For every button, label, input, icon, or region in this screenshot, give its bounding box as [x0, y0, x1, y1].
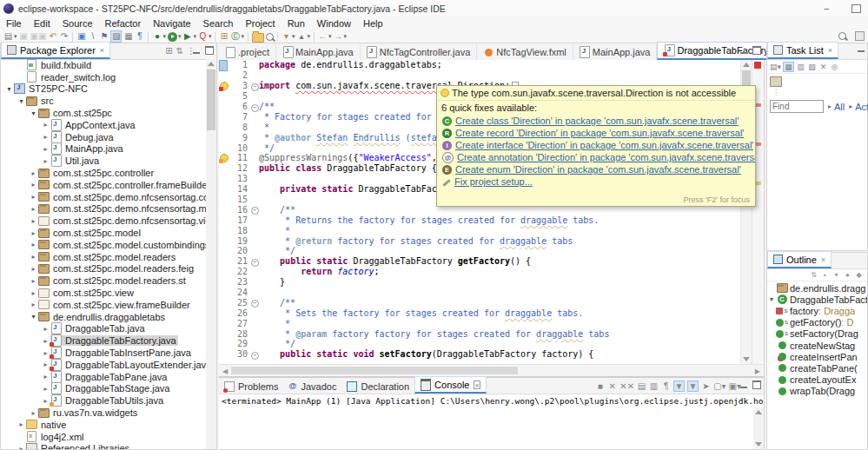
menu-file[interactable]: File	[0, 18, 28, 29]
outline-item-de-endrullis-dragg[interactable]: de.endrullis.dragg	[767, 282, 867, 294]
tree-item-com-st-st25pc[interactable]: ▾com.st.st25pc	[1, 107, 216, 119]
maximize-panel-icon[interactable]	[205, 46, 214, 55]
redo-icon[interactable]: ↷	[59, 31, 69, 42]
code-line[interactable]: 18 *	[219, 225, 764, 235]
expand-arrow-icon[interactable]: ▸	[29, 301, 38, 308]
tab-task-list[interactable]: Task List ×	[767, 42, 838, 59]
run-dropdown-icon[interactable]: ▾	[168, 31, 182, 42]
minimize-panel-icon[interactable]	[858, 50, 865, 52]
next-annotation-dropdown-icon[interactable]: ▾▾	[282, 31, 295, 42]
display-console-dropdown-icon[interactable]: ▢▾	[713, 381, 726, 391]
view-tab-console[interactable]: Console×	[414, 376, 487, 394]
minimize-panel-icon[interactable]	[193, 52, 200, 54]
remove-all-terminated-icon[interactable]: ✕✕	[620, 381, 634, 391]
tree-item-log4j2-xml[interactable]: log4j2.xml	[1, 431, 216, 443]
menu-help[interactable]: Help	[357, 18, 389, 29]
code-line[interactable]: 2	[219, 70, 764, 81]
outline-item-createtabpane-[interactable]: createTabPane(	[767, 362, 867, 374]
debug-ui-icon[interactable]: ▣	[76, 31, 86, 42]
categorized-icon[interactable]: ▦	[783, 62, 794, 72]
editor-tab-mainapp-java[interactable]: MainApp.java	[276, 44, 361, 60]
editor-tab-mainapp-java[interactable]: MainApp.java	[573, 44, 658, 60]
quick-fix-item[interactable]: ECreate enum 'Direction' in package 'com…	[437, 163, 755, 175]
forward-dropdown-icon[interactable]: →▾	[334, 31, 348, 42]
editor-tab-nfctagview-fxml[interactable]: NfcTagView.fxml	[477, 44, 573, 60]
expand-arrow-icon[interactable]: ▾	[4, 85, 14, 93]
minimize-editor-icon[interactable]	[740, 52, 747, 54]
tree-item-referenced-libraries[interactable]: ▸Referenced Libraries	[1, 443, 216, 450]
quick-fix-link[interactable]: Create annotation 'Direction' in package…	[457, 152, 755, 162]
menu-navigate[interactable]: Navigate	[147, 18, 196, 29]
tree-item-draggabletabinsertpane-java[interactable]: ▸DraggableTabInsertPane.java	[1, 347, 216, 359]
task-filter-activated-link[interactable]: Activ...	[855, 102, 868, 112]
tree-item-com-st-st25pc-view-framebuilder[interactable]: ▸com.st.st25pc.view.frameBuilder	[1, 299, 216, 311]
tree-item-com-st-st25pc-demo-nfcsensortag-view[interactable]: ▸com.st.st25pc.demo.nfcsensortag.view	[1, 215, 216, 227]
link-with-editor-icon[interactable]: ⇅	[176, 46, 183, 56]
search-icon[interactable]	[838, 32, 846, 40]
new-task-dropdown-icon[interactable]: ▤▾	[770, 63, 781, 71]
hide-non-public-icon[interactable]: ●	[843, 271, 852, 279]
restore-window-icon[interactable]	[851, 4, 861, 13]
tree-item-native[interactable]: ▸native	[1, 419, 216, 431]
expand-arrow-icon[interactable]: ▸	[41, 373, 50, 381]
quick-fix-link[interactable]: Create class 'Direction' in package 'com…	[455, 116, 739, 126]
tree-item-de-endrullis-draggabletabs[interactable]: ▾de.endrullis.draggabletabs	[1, 311, 216, 323]
quick-fix-link[interactable]: Create record 'Direction' in package 'co…	[455, 128, 744, 138]
build-all-icon[interactable]: ▦	[123, 31, 133, 42]
code-line[interactable]: 24	[219, 288, 764, 298]
tree-item-com-st-st25pc-model-custombindings[interactable]: ▸com.st.st25pc.model.custombindings	[1, 239, 216, 251]
new-java-project-icon[interactable]: ⊞	[219, 31, 229, 42]
maximize-console-icon[interactable]	[752, 381, 761, 389]
quick-fix-item[interactable]: CCreate class 'Direction' in package 'co…	[437, 115, 755, 127]
close-icon[interactable]: ×	[828, 46, 832, 55]
expand-arrow-icon[interactable]: ▸	[29, 169, 38, 177]
outline-item-getfactory-[interactable]: SgetFactory() : D	[767, 317, 867, 328]
view-tab-problems[interactable]: Problems	[219, 379, 283, 394]
expand-arrow-icon[interactable]: ▸	[29, 253, 38, 261]
code-line[interactable]: 20 */	[219, 246, 764, 256]
prev-annotation-dropdown-icon[interactable]: ▴▾	[297, 31, 311, 42]
tree-item-src[interactable]: ▾src	[1, 95, 216, 107]
outline-item-wraptab-dragg[interactable]: wrapTab(Dragg	[767, 386, 867, 397]
show-whitespace-icon[interactable]: ¶	[135, 31, 144, 42]
tree-item-draggabletabpane-java[interactable]: ▸DraggableTabPane.java	[1, 371, 216, 383]
tree-item-draggabletab-java[interactable]: ▸DraggableTab.java	[1, 323, 216, 335]
tree-item-com-st-st25pc-model-readers-feig[interactable]: ▸com.st.st25pc.model.readers.feig	[1, 263, 216, 275]
tree-item-draggabletabutils-java[interactable]: ▸DraggableTabUtils.java	[1, 394, 216, 407]
expand-arrow-icon[interactable]: ▸	[41, 385, 50, 393]
new-class-dropdown-icon[interactable]: Ⓒ▾	[230, 31, 244, 42]
quick-fix-item[interactable]: ICreate interface 'Direction' in package…	[437, 139, 755, 151]
tree-item-com-st-st25pc-demo-nfcsensortag-model[interactable]: ▸com.st.st25pc.demo.nfcsensortag.model	[1, 203, 216, 215]
quick-fix-item[interactable]: RCreate record 'Direction' in package 'c…	[437, 127, 755, 139]
tree-item-com-st-st25pc-model-readers[interactable]: ▸com.st.st25pc.model.readers	[1, 251, 216, 263]
word-wrap-icon[interactable]: ¶	[661, 381, 671, 391]
debug-dropdown-icon[interactable]: ●▾	[152, 31, 166, 42]
outline-item-createnewstag[interactable]: createNewStag	[767, 340, 867, 351]
quick-fix-link[interactable]: Create enum 'Direction' in package 'com.…	[455, 164, 741, 175]
task-filter-all-link[interactable]: All	[834, 102, 845, 112]
scroll-lock-icon[interactable]: ▥	[649, 381, 659, 391]
scroll-right-icon[interactable]: ▶	[755, 367, 760, 375]
expand-arrow-icon[interactable]: ▸	[17, 445, 26, 449]
console-scrollbar[interactable]	[753, 407, 764, 449]
outline-item-createinsertpan[interactable]: createInsertPan	[767, 351, 867, 362]
editor-horizontal-scrollbar[interactable]: ◀ ▶	[219, 364, 764, 376]
tree-item-com-st-st25pc-demo-nfcsensortag-controll[interactable]: ▸com.st.st25pc.demo.nfcsensortag.control…	[1, 191, 216, 203]
code-line[interactable]: 28 * @param factory factory for stages c…	[219, 328, 764, 339]
tree-item-ru-vas7n-va-widgets[interactable]: ▸ru.vas7n.va.widgets	[1, 407, 216, 419]
menu-run[interactable]: Run	[282, 18, 311, 29]
expand-arrow-icon[interactable]: ▾	[29, 109, 38, 117]
tree-item-reader-switch-log[interactable]: reader_switch.log	[1, 71, 216, 83]
tree-item-debug-java[interactable]: ▸Debug.java	[1, 131, 216, 143]
terminate-icon[interactable]: ■	[595, 381, 605, 391]
tree-item-com-st-st25pc-model-readers-st[interactable]: ▸com.st.st25pc.model.readers.st	[1, 275, 216, 287]
expand-arrow-icon[interactable]: ▸	[29, 241, 38, 248]
search-icon[interactable]	[266, 31, 274, 42]
save-all-icon[interactable]: ▣▣	[30, 31, 47, 42]
tree-item-mainapp-java[interactable]: ▸MainApp.java	[1, 143, 216, 156]
scheduled-icon[interactable]: ▥	[796, 63, 805, 71]
tab-package-explorer[interactable]: Package Explorer ×	[1, 42, 110, 59]
maximize-editor-icon[interactable]	[752, 46, 761, 55]
code-line[interactable]: 19 * @return factory for stages created …	[219, 235, 764, 246]
scroll-left-icon[interactable]: ◀	[222, 367, 228, 375]
